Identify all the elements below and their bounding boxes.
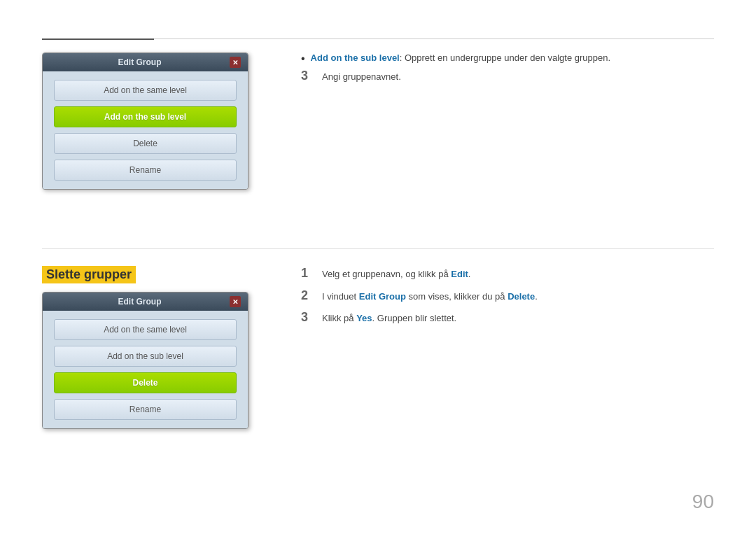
section2-step-2: 2 I vinduet Edit Group som vises, klikke… (301, 288, 714, 304)
section1-bullet: • Add on the sub level: Opprett en under… (301, 52, 714, 64)
btn-delete-1[interactable]: Delete (54, 133, 237, 154)
step2-link2: Delete (507, 291, 535, 302)
step2-link1: Edit Group (359, 291, 406, 302)
dialog-titlebar-2: Edit Group ✕ (43, 293, 248, 311)
step3-link: Yes (356, 313, 372, 323)
section2-step-3: 3 Klikk på Yes. Gruppen blir slettet. (301, 310, 714, 325)
section2-heading: Slette grupper (42, 266, 280, 283)
section1-step-number: 3 (301, 69, 322, 84)
section2-right: 1 Velg et gruppenavn, og klikk på Edit. … (301, 266, 714, 332)
section2-left: Slette grupper Edit Group ✕ Add on the s… (42, 266, 280, 429)
btn-delete-2[interactable]: Delete (54, 372, 237, 393)
btn-add-sub-level-1[interactable]: Add on the sub level (54, 106, 237, 127)
btn-add-same-level-2[interactable]: Add on the same level (54, 319, 237, 340)
edit-group-dialog-2: Edit Group ✕ Add on the same level Add o… (42, 292, 248, 429)
bullet-dot-1: • (301, 53, 305, 64)
dialog-titlebar-1: Edit Group ✕ (43, 53, 248, 71)
step-num-2: 2 (301, 288, 322, 304)
step1-link: Edit (451, 269, 468, 279)
section-divider (42, 248, 714, 249)
btn-rename-2[interactable]: Rename (54, 399, 237, 420)
section1-step: 3 Angi gruppenavnet. (301, 69, 714, 84)
step-num-3: 3 (301, 310, 322, 325)
section1-right: • Add on the sub level: Opprett en under… (301, 52, 714, 91)
section2-step-1: 1 Velg et gruppenavn, og klikk på Edit. (301, 266, 714, 281)
section1-step-text: Angi gruppenavnet. (322, 69, 401, 84)
section1-bullet-text: Add on the sub level: Opprett en undergr… (311, 52, 611, 63)
btn-add-sub-level-2[interactable]: Add on the sub level (54, 346, 237, 367)
section2-heading-text: Slette grupper (42, 266, 136, 283)
section1-link: Add on the sub level (311, 52, 400, 63)
dialog-close-btn-1[interactable]: ✕ (230, 57, 241, 68)
top-rule-accent (42, 38, 154, 40)
step-text-2: I vinduet Edit Group som vises, klikker … (322, 288, 538, 304)
btn-rename-1[interactable]: Rename (54, 160, 237, 181)
dialog-body-1: Add on the same level Add on the sub lev… (43, 71, 248, 189)
dialog-close-btn-2[interactable]: ✕ (230, 296, 241, 307)
btn-add-same-level-1[interactable]: Add on the same level (54, 80, 237, 101)
step-num-1: 1 (301, 266, 322, 281)
edit-group-dialog-1: Edit Group ✕ Add on the same level Add o… (42, 52, 248, 190)
step-text-3: Klikk på Yes. Gruppen blir slettet. (322, 310, 456, 325)
dialog-title-2-text: Edit Group (50, 297, 230, 307)
page-number: 90 (692, 491, 714, 513)
step-text-1: Velg et gruppenavn, og klikk på Edit. (322, 266, 470, 281)
section1-left: Edit Group ✕ Add on the same level Add o… (42, 52, 280, 190)
dialog-body-2: Add on the same level Add on the sub lev… (43, 311, 248, 428)
dialog-title-1-text: Edit Group (50, 57, 230, 67)
